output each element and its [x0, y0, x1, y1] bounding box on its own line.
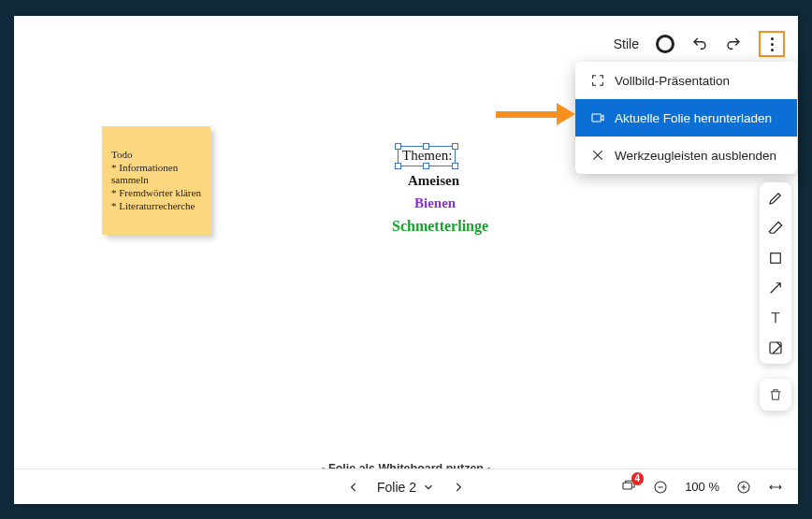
top-toolbar: Stile — [614, 31, 785, 57]
arrow-icon[interactable] — [767, 280, 784, 296]
prev-slide-icon[interactable] — [347, 481, 360, 494]
handle-tm[interactable] — [423, 143, 429, 150]
slide-label: Folie 2 — [377, 480, 416, 495]
slides-button[interactable]: 4 — [621, 478, 636, 496]
menu-download-label: Aktuelle Folie herunterladen — [615, 111, 772, 125]
menu-download-slide[interactable]: Aktuelle Folie herunterladen — [575, 99, 797, 137]
next-slide-icon[interactable] — [452, 481, 465, 494]
menu-fullscreen[interactable]: Vollbild-Präsentation — [575, 62, 797, 99]
trash-button[interactable] — [760, 379, 791, 411]
slide-picker[interactable]: Folie 2 — [377, 480, 435, 495]
download-slide-icon — [590, 110, 605, 125]
zoom-out-icon[interactable] — [653, 480, 668, 495]
close-icon — [590, 148, 605, 163]
pager: Folie 2 — [347, 480, 465, 495]
chevron-down-icon — [422, 481, 435, 494]
selected-text-themen[interactable]: Themen: — [398, 146, 456, 166]
rect-icon[interactable] — [767, 250, 784, 267]
themen-label: Themen: — [399, 148, 456, 163]
menu-fullscreen-label: Vollbild-Präsentation — [615, 74, 730, 88]
text-bienen[interactable]: Bienen — [414, 195, 456, 211]
handle-tl[interactable] — [395, 143, 401, 150]
svg-rect-0 — [592, 114, 601, 122]
eraser-icon[interactable] — [767, 220, 784, 237]
text-ameisen[interactable]: Ameisen — [408, 173, 459, 189]
bottom-bar: Folie 2 4 100 % — [14, 469, 798, 504]
zoom-in-icon[interactable] — [736, 480, 751, 495]
redo-icon[interactable] — [725, 36, 742, 52]
menu-hide-label: Werkzeugleisten ausblenden — [615, 149, 776, 163]
handle-bl[interactable] — [395, 163, 401, 169]
handle-bm[interactable] — [423, 163, 429, 169]
text-schmetterlinge[interactable]: Schmetterlinge — [392, 218, 488, 235]
style-label: Stile — [614, 36, 639, 51]
undo-icon[interactable] — [691, 36, 708, 52]
tool-panel — [760, 182, 791, 364]
handle-br[interactable] — [452, 163, 458, 169]
trash-icon — [768, 387, 783, 402]
fullscreen-icon — [590, 73, 605, 88]
zoom-controls: 4 100 % — [621, 478, 783, 496]
slides-badge: 4 — [631, 472, 645, 485]
fit-icon[interactable] — [768, 480, 783, 495]
text-icon[interactable] — [767, 310, 784, 326]
menu-hide-toolbars[interactable]: Werkzeugleisten ausblenden — [575, 137, 797, 174]
svg-rect-3 — [623, 483, 631, 489]
note-icon[interactable] — [767, 339, 784, 356]
sticky-note[interactable]: Todo * Informationen sammeln * Fremdwört… — [102, 126, 210, 235]
zoom-percent: 100 % — [685, 480, 719, 494]
sticky-text: Todo * Informationen sammeln * Fremdwört… — [111, 149, 201, 211]
svg-rect-2 — [770, 342, 781, 353]
svg-rect-1 — [771, 253, 781, 264]
pen-icon[interactable] — [767, 190, 784, 207]
more-menu: Vollbild-Präsentation Aktuelle Folie her… — [575, 62, 797, 174]
more-button[interactable] — [759, 31, 785, 57]
handle-tr[interactable] — [452, 143, 458, 150]
style-button[interactable] — [656, 35, 674, 53]
